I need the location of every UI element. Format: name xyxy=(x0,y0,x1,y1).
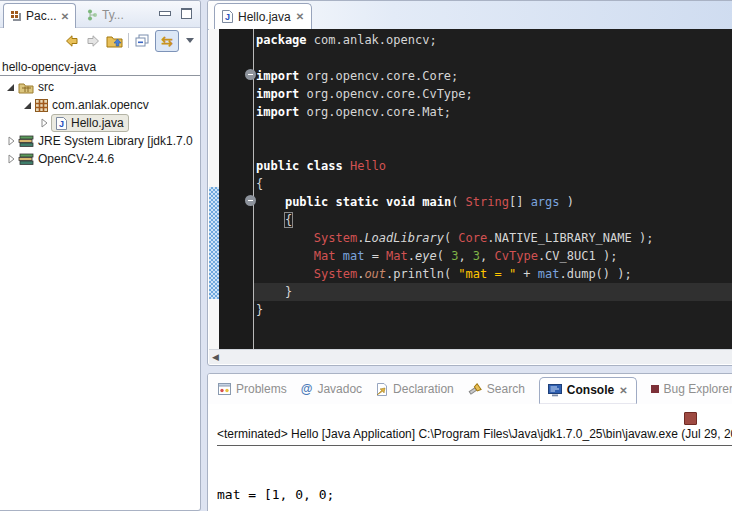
java-file-icon: J xyxy=(222,10,233,23)
back-icon[interactable] xyxy=(64,34,80,48)
tab-bug-explorer[interactable]: Bug Explorer xyxy=(651,382,732,396)
close-icon[interactable]: ✕ xyxy=(61,11,69,22)
tree-item-label: OpenCV-2.4.6 xyxy=(38,152,114,166)
library-icon xyxy=(18,153,34,166)
editor-tabbar: J Hello.java ✕ xyxy=(208,1,732,30)
collapsed-arrow-icon[interactable] xyxy=(39,117,49,129)
eclipse-workbench: { "left_panel": { "tabs": [ { "label": "… xyxy=(0,0,732,511)
code-line[interactable]: System.out.println( "mat = " + mat.dump(… xyxy=(256,265,732,283)
horizontal-scrollbar[interactable]: ◀ xyxy=(209,349,732,364)
link-with-editor-icon: ⇆ xyxy=(161,34,173,48)
toolbar-separator xyxy=(128,33,129,48)
code-line[interactable]: System.LoadLibrary( Core.NATIVE_LIBRARY_… xyxy=(256,229,732,247)
scroll-left-arrow-icon[interactable]: ◀ xyxy=(212,353,219,362)
library-icon xyxy=(18,135,34,148)
tab-label: Javadoc xyxy=(317,382,362,396)
code-line[interactable]: Mat mat = Mat.eye( 3, 3, CvType.CV_8UC1 … xyxy=(256,247,732,265)
project-tree: hello-opencv-java src com.anlak.opencv xyxy=(0,53,200,168)
code-line[interactable]: { xyxy=(256,175,732,193)
problems-icon xyxy=(218,383,231,395)
close-icon[interactable]: ✕ xyxy=(619,385,627,396)
tab-javadoc[interactable]: @ Javadoc xyxy=(301,382,362,396)
code-area[interactable]: package com.anlak.opencv; import org.ope… xyxy=(254,29,732,349)
editor-tab-hello-java[interactable]: J Hello.java ✕ xyxy=(214,3,312,29)
tab-package-explorer[interactable]: Pac... ✕ xyxy=(3,3,76,28)
tab-label: Search xyxy=(487,382,525,396)
tree-item-label: Hello.java xyxy=(71,116,124,130)
tab-search[interactable]: Search xyxy=(468,382,525,396)
java-file-icon: J xyxy=(56,117,67,130)
svg-text:J: J xyxy=(59,119,64,129)
console-output-line: mat = [1, 0, 0; xyxy=(217,486,334,504)
vertical-ruler[interactable] xyxy=(209,29,219,349)
tree-item-label: JRE System Library [jdk1.7.0 xyxy=(38,134,193,148)
console-icon xyxy=(548,384,562,397)
minimize-icon[interactable] xyxy=(159,11,171,16)
maximize-icon[interactable] xyxy=(181,8,192,19)
link-with-editor-button[interactable]: ⇆ xyxy=(155,30,179,52)
tree-item-package[interactable]: com.anlak.opencv xyxy=(0,96,200,114)
folding-gutter[interactable] xyxy=(219,29,254,349)
tab-label: Ty... xyxy=(102,8,124,22)
source-folder-icon xyxy=(18,81,34,94)
tree-item-project[interactable]: hello-opencv-java xyxy=(0,58,200,76)
code-line[interactable]: import org.opencv.core.CvType; xyxy=(256,85,732,103)
search-icon xyxy=(468,383,482,396)
tree-item-src[interactable]: src xyxy=(0,78,200,96)
tab-declaration[interactable]: Declaration xyxy=(376,382,454,396)
collapse-all-icon[interactable] xyxy=(134,33,150,48)
collapsed-arrow-icon[interactable] xyxy=(6,153,16,165)
package-explorer-view: Pac... ✕ Ty... xyxy=(0,0,201,511)
close-icon[interactable]: ✕ xyxy=(296,11,304,22)
code-line[interactable] xyxy=(256,121,732,139)
tree-item-opencv-library[interactable]: OpenCV-2.4.6 xyxy=(0,150,200,168)
editor-body: package com.anlak.opencv; import org.ope… xyxy=(209,29,732,349)
bottom-tabbar: Problems @ Javadoc Declaration Search xyxy=(208,374,732,404)
left-toolbar: ⇆ xyxy=(0,28,200,53)
project-label: hello-opencv-java xyxy=(2,60,96,74)
tab-label: Console xyxy=(567,383,614,397)
tree-item-hello-java[interactable]: J Hello.java xyxy=(0,114,200,132)
code-line[interactable]: { xyxy=(256,211,732,229)
code-line[interactable]: import org.opencv.core.Core; xyxy=(256,67,732,85)
code-line[interactable]: } xyxy=(256,301,732,319)
tab-label: Pac... xyxy=(26,9,57,23)
bug-explorer-icon xyxy=(651,385,659,393)
code-line[interactable]: public static void main( String[] args ) xyxy=(256,193,732,211)
console-view: Problems @ Javadoc Declaration Search xyxy=(207,373,732,511)
terminate-icon[interactable] xyxy=(684,412,697,425)
tab-console[interactable]: Console ✕ xyxy=(539,377,637,404)
tab-label: Bug Explorer xyxy=(664,382,732,396)
selected-item[interactable]: J Hello.java xyxy=(51,114,129,132)
package-explorer-icon xyxy=(10,10,22,22)
collapsed-arrow-icon[interactable] xyxy=(6,135,16,147)
left-tabbar: Pac... ✕ Ty... xyxy=(0,1,200,28)
code-line[interactable]: import org.opencv.core.Mat; xyxy=(256,103,732,121)
code-line[interactable] xyxy=(256,49,732,67)
console-status-line: <terminated> Hello [Java Application] C:… xyxy=(217,427,732,446)
type-hierarchy-icon xyxy=(86,9,98,21)
package-icon xyxy=(35,99,48,112)
editor-tab-label: Hello.java xyxy=(238,10,291,24)
code-line[interactable] xyxy=(256,139,732,157)
code-line[interactable]: } xyxy=(254,283,732,301)
range-indicator xyxy=(209,187,219,299)
code-line[interactable]: public class Hello xyxy=(256,157,732,175)
console-output[interactable]: mat = [1, 0, 0; 0, 1, 0; 0, 0, 1] xyxy=(217,450,334,511)
svg-text:J: J xyxy=(225,12,230,22)
tree-item-label: com.anlak.opencv xyxy=(52,98,149,112)
view-menu-icon[interactable] xyxy=(186,38,194,43)
go-up-folder-icon[interactable] xyxy=(106,33,123,48)
tab-label: Problems xyxy=(236,382,287,396)
tab-label: Declaration xyxy=(393,382,454,396)
editor-area: J Hello.java ✕ package com.anlak.opencv;… xyxy=(207,0,732,366)
expanded-arrow-icon[interactable] xyxy=(6,81,16,93)
tree-item-jre-library[interactable]: JRE System Library [jdk1.7.0 xyxy=(0,132,200,150)
tab-problems[interactable]: Problems xyxy=(218,382,287,396)
tree-item-label: src xyxy=(38,80,54,94)
forward-icon[interactable] xyxy=(85,34,101,48)
tab-type-hierarchy[interactable]: Ty... xyxy=(86,5,124,25)
expanded-arrow-icon[interactable] xyxy=(23,99,33,111)
declaration-icon xyxy=(376,383,388,396)
code-line[interactable]: package com.anlak.opencv; xyxy=(256,31,732,49)
